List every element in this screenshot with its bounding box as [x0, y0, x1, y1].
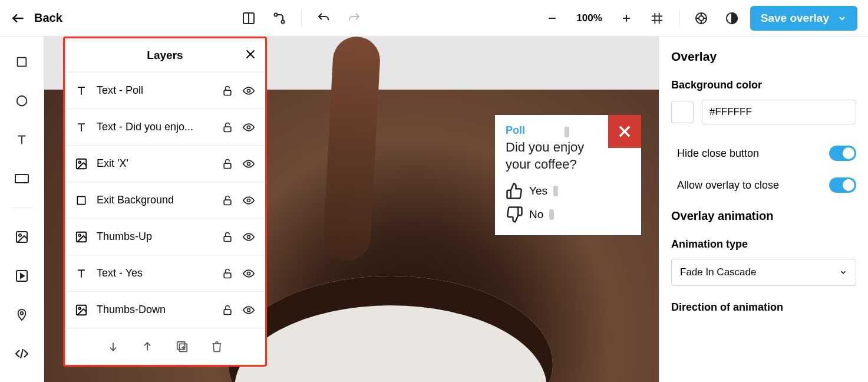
layer-lock-button[interactable]: [222, 195, 233, 206]
layer-row[interactable]: Exit Background: [65, 182, 265, 219]
zoom-out-button[interactable]: [540, 6, 565, 31]
layer-row[interactable]: Text - Did you enjo...: [65, 109, 265, 146]
poll-option-no[interactable]: No: [506, 206, 631, 223]
poll-option-yes-label: Yes: [529, 185, 547, 197]
hide-close-toggle[interactable]: [829, 146, 856, 161]
poll-question: Did you enjoy your coffee?: [506, 139, 600, 173]
layer-row[interactable]: Text - Yes: [65, 255, 265, 292]
chevron-down-icon: [837, 14, 847, 23]
layer-lock-button[interactable]: [222, 158, 233, 170]
tool-image[interactable]: [12, 227, 32, 247]
layers-panel: Layers Text - PollText - Did you enjo...…: [63, 37, 267, 367]
layer-visibility-button[interactable]: [242, 268, 256, 279]
layer-lock-button[interactable]: [222, 268, 233, 279]
grid-button[interactable]: [645, 6, 669, 31]
direction-label: Direction of animation: [671, 301, 856, 314]
svg-point-20: [17, 96, 27, 106]
svg-rect-38: [224, 127, 231, 131]
overlay-poll-card[interactable]: Poll Did you enjoy your coffee? Yes No: [495, 115, 641, 235]
layer-type-icon: [74, 85, 88, 97]
bg-color-input[interactable]: [702, 100, 856, 124]
tool-rail: [0, 37, 44, 382]
svg-point-4: [281, 20, 284, 23]
layer-label: Text - Poll: [97, 84, 213, 97]
main: Layers Text - PollText - Did you enjo...…: [0, 37, 868, 382]
layer-row[interactable]: Exit 'X': [65, 146, 265, 182]
layer-type-icon: [74, 121, 88, 133]
svg-rect-42: [224, 163, 231, 168]
layer-visibility-button[interactable]: [242, 304, 256, 316]
layer-type-icon: [74, 230, 88, 243]
svg-point-48: [78, 234, 81, 236]
canvas[interactable]: Layers Text - PollText - Did you enjo...…: [44, 37, 659, 382]
layer-lock-button[interactable]: [222, 121, 233, 133]
svg-rect-45: [224, 200, 231, 205]
tool-text[interactable]: [12, 130, 32, 150]
layer-type-icon: [74, 304, 88, 317]
layer-label: Thumbs-Down: [97, 304, 213, 316]
allow-close-label: Allow overlay to close: [677, 179, 779, 192]
svg-rect-53: [224, 273, 231, 278]
layers-panel-close-button[interactable]: [244, 48, 257, 61]
hide-close-label: Hide close button: [677, 147, 759, 160]
layer-row[interactable]: Thumbs-Up: [65, 219, 265, 255]
tool-code[interactable]: [12, 344, 32, 364]
drag-handle[interactable]: [553, 186, 558, 196]
layer-lock-button[interactable]: [222, 231, 233, 243]
layer-lock-button[interactable]: [222, 304, 233, 316]
layer-visibility-button[interactable]: [242, 158, 256, 170]
animation-type-label: Animation type: [671, 238, 856, 251]
layer-delete-button[interactable]: [211, 340, 223, 353]
allow-close-toggle[interactable]: [829, 177, 856, 193]
sidebar-heading: Overlay: [671, 50, 856, 64]
layer-move-down-button[interactable]: [107, 341, 119, 353]
layer-lock-button[interactable]: [222, 85, 233, 97]
save-overlay-label: Save overlay: [761, 12, 829, 25]
svg-line-29: [21, 349, 23, 358]
drag-handle[interactable]: [549, 209, 554, 220]
layer-visibility-button[interactable]: [242, 231, 256, 243]
animation-type-value: Fade In Cascade: [680, 266, 756, 278]
tool-button[interactable]: [12, 169, 32, 189]
layer-row[interactable]: Thumbs-Down: [65, 292, 265, 328]
layer-label: Exit Background: [97, 194, 213, 206]
svg-point-28: [21, 312, 24, 315]
redo-button[interactable]: [342, 6, 367, 31]
poll-option-no-label: No: [529, 208, 543, 221]
svg-point-13: [699, 16, 704, 21]
poll-option-yes[interactable]: Yes: [506, 182, 631, 200]
layers-panel-footer: [65, 328, 265, 365]
svg-point-25: [19, 234, 21, 236]
layer-visibility-button[interactable]: [242, 195, 256, 206]
layer-label: Thumbs-Up: [97, 230, 213, 243]
help-button[interactable]: [689, 6, 714, 31]
layer-duplicate-button[interactable]: [176, 340, 189, 353]
bg-color-swatch[interactable]: [671, 101, 694, 123]
layer-row[interactable]: Text - Poll: [65, 73, 265, 109]
contrast-button[interactable]: [720, 6, 744, 31]
svg-point-3: [274, 13, 277, 16]
zoom-in-button[interactable]: [614, 6, 639, 31]
layer-move-up-button[interactable]: [141, 341, 153, 353]
tool-circle[interactable]: [12, 91, 32, 111]
properties-sidebar: Overlay Background color Hide close butt…: [659, 37, 868, 382]
branch-button[interactable]: [267, 6, 292, 31]
svg-rect-23: [15, 174, 28, 183]
layer-label: Text - Did you enjo...: [97, 121, 213, 133]
layer-visibility-button[interactable]: [242, 85, 256, 97]
svg-rect-19: [18, 58, 27, 67]
back-button[interactable]: Back: [11, 11, 62, 26]
arrow-left-icon: [11, 11, 26, 26]
drag-handle[interactable]: [565, 127, 569, 137]
layout-panels-button[interactable]: [236, 6, 261, 31]
save-overlay-button[interactable]: Save overlay: [750, 6, 857, 31]
undo-button[interactable]: [311, 6, 336, 31]
overlay-close-button[interactable]: [608, 115, 641, 148]
tool-pin[interactable]: [12, 305, 32, 325]
layer-visibility-button[interactable]: [242, 121, 256, 133]
layer-type-icon: [74, 157, 88, 170]
tool-rectangle[interactable]: [12, 52, 32, 72]
animation-type-select[interactable]: Fade In Cascade: [671, 259, 856, 286]
topbar: Back 100% Save overlay: [0, 0, 868, 37]
tool-video[interactable]: [12, 266, 32, 286]
